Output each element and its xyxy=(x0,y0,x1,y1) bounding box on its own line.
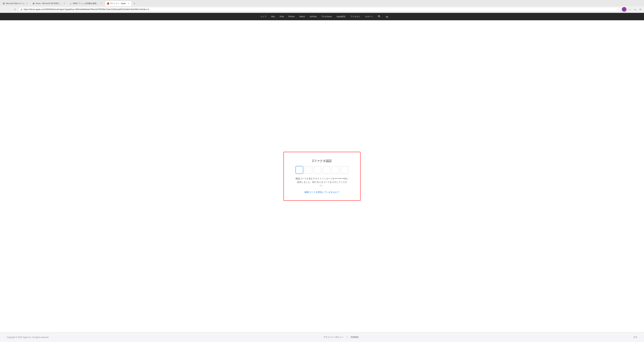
footer-links: プライバシーポリシー | 利用規約 xyxy=(323,336,359,339)
restore-button[interactable]: ▭ xyxy=(632,7,637,12)
tab-apple-signin-label: サインイン - Apple xyxy=(110,2,126,5)
toolbar-actions: ∞ — ▭ ✕ xyxy=(622,7,643,12)
tab-ms365-label: Home - Microsoft 365 管理セン... xyxy=(36,2,62,5)
close-button[interactable]: ✕ xyxy=(638,7,643,12)
code-input-2[interactable] xyxy=(305,166,312,174)
nav-search-icon[interactable]: 🔍 xyxy=(376,13,383,20)
url-text: https://idmsa.apple.com/IDMSWebAuth/sign… xyxy=(24,8,616,10)
tab-apple-signin[interactable]: 🍎 サインイン - Apple ✕ xyxy=(105,1,132,6)
apple-footer: Copyright © 2022 Apple Inc. All rights r… xyxy=(0,332,644,342)
bookmark-icon[interactable]: ☆ xyxy=(617,8,619,11)
new-tab-button[interactable]: ＋ xyxy=(132,1,137,6)
footer-region: 日本 xyxy=(633,336,637,339)
back-button[interactable]: ← xyxy=(1,7,6,12)
nav-support[interactable]: サポート xyxy=(363,13,376,20)
code-input-6[interactable] xyxy=(341,166,348,174)
card-title: 2ファクタ認証 xyxy=(312,159,332,163)
apple-nav: ストア Mac iPad iPhone Watch AirPods TV & H… xyxy=(0,13,644,20)
nav-iphone[interactable]: iPhone xyxy=(286,13,297,20)
code-input-3[interactable] xyxy=(314,166,321,174)
profile-button[interactable]: ∞ xyxy=(622,7,626,12)
nav-store[interactable]: ストア xyxy=(258,13,269,20)
tab-ms-office-label: Microsoft Office ホーム xyxy=(6,2,25,5)
footer-copyright: Copyright © 2022 Apple Inc. All rights r… xyxy=(7,336,49,339)
nav-tv-home[interactable]: TV & Home xyxy=(319,13,334,20)
tab-mdm-label: MDM プッシュ証明書を構成する... xyxy=(73,2,99,5)
nav-bag-icon[interactable]: 🛍 xyxy=(383,13,390,20)
two-factor-card: 2ファクタ認証 確認コードを含むテキストメッセージを•••-•••••-••63… xyxy=(284,152,360,201)
tab-ms-office[interactable]: ⊞ Microsoft Office ホーム ✕ xyxy=(1,1,30,6)
lock-icon: 🔒 xyxy=(20,8,23,10)
ms-office-icon: ⊞ xyxy=(2,2,5,5)
nav-watch[interactable]: Watch xyxy=(297,13,308,20)
address-bar[interactable]: 🔒 https://idmsa.apple.com/IDMSWebAuth/si… xyxy=(18,7,621,12)
tab-mdm-close[interactable]: ✕ xyxy=(100,2,103,5)
tab-ms365-close[interactable]: ✕ xyxy=(63,2,66,5)
page-content: 2ファクタ認証 確認コードを含むテキストメッセージを•••-•••••-••63… xyxy=(0,20,644,332)
code-input-1[interactable] xyxy=(296,166,303,174)
sms-message: 確認コードを含むテキストメッセージを•••-•••••-••63に送信しました。… xyxy=(295,177,349,187)
code-input-group xyxy=(296,166,348,174)
nav-ipad[interactable]: iPad xyxy=(277,13,286,20)
tab-mdm[interactable]: ▲ MDM プッシュ証明書を構成する... ✕ xyxy=(68,1,104,6)
nav-accessories[interactable]: アクセサリ xyxy=(348,13,363,20)
tab-ms-office-close[interactable]: ✕ xyxy=(26,2,28,5)
mdm-icon: ▲ xyxy=(70,2,72,5)
code-input-4[interactable] xyxy=(323,166,330,174)
tab-apple-signin-close[interactable]: ✕ xyxy=(127,2,130,5)
forward-button[interactable]: → xyxy=(7,7,12,12)
browser-chrome: ⊞ Microsoft Office ホーム ✕ ⊞ Home - Micros… xyxy=(0,0,644,13)
apple-logo[interactable] xyxy=(254,13,258,20)
browser-toolbar: ← → ↻ 🔒 https://idmsa.apple.com/IDMSWebA… xyxy=(0,6,644,13)
footer-divider: | xyxy=(347,336,347,339)
nav-airpods[interactable]: AirPods xyxy=(307,13,319,20)
reload-button[interactable]: ↻ xyxy=(13,7,18,12)
privacy-policy-link[interactable]: プライバシーポリシー xyxy=(323,336,344,339)
terms-link[interactable]: 利用規約 xyxy=(351,336,359,339)
ms365-icon: ⊞ xyxy=(32,2,35,5)
minimize-button[interactable]: — xyxy=(627,7,632,12)
tab-ms365[interactable]: ⊞ Home - Microsoft 365 管理セン... ✕ xyxy=(30,1,68,6)
tab-bar: ⊞ Microsoft Office ホーム ✕ ⊞ Home - Micros… xyxy=(0,0,644,6)
resend-code-link[interactable]: 確認コードを受信していませんか？ xyxy=(304,191,340,194)
nav-apple-limited[interactable]: Apple限定 xyxy=(334,13,348,20)
nav-mac[interactable]: Mac xyxy=(269,13,278,20)
apple-tab-icon: 🍎 xyxy=(107,2,109,5)
code-input-5[interactable] xyxy=(332,166,339,174)
